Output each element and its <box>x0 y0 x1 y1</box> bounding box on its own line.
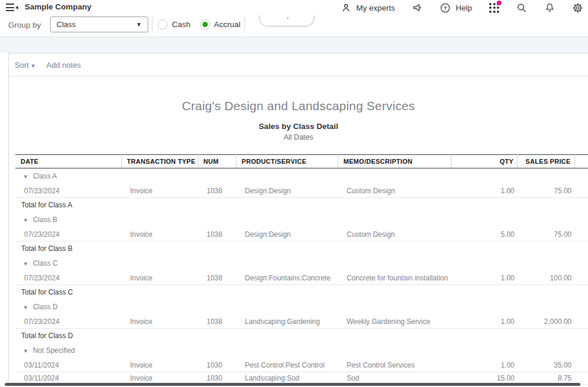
cash-radio[interactable]: Cash <box>158 19 191 29</box>
report-toolbar: Group by Class ▼ Cash Accrual <box>0 15 588 37</box>
announcements-button[interactable] <box>412 2 423 13</box>
my-experts-label: My experts <box>356 4 395 12</box>
cell-type: Invoice <box>121 356 198 372</box>
cell-memo: Custom Design <box>338 182 451 198</box>
notification-dot <box>497 1 501 5</box>
toolbar-divider <box>244 16 245 33</box>
megaphone-icon <box>412 2 423 13</box>
table-row[interactable]: 07/23/2024Invoice1038Design:DesignCustom… <box>15 226 588 242</box>
collapse-caret-icon[interactable]: ▼ <box>23 217 28 223</box>
cropped-pill-button[interactable] <box>259 15 314 27</box>
settings-button[interactable] <box>572 2 583 14</box>
top-nav-bar: Sample Company My experts <box>0 0 588 15</box>
cell-product: Landscaping:Gardening <box>236 313 338 329</box>
group-total-row: Total for Class A <box>15 198 588 213</box>
group-name: Class C <box>33 259 58 267</box>
group-by-value: Class <box>57 20 76 29</box>
group-by-select[interactable]: Class ▼ <box>50 16 148 32</box>
table-row[interactable]: 03/11/2024Invoice1030Pest Control:Pest C… <box>15 356 588 372</box>
accrual-radio[interactable]: Accrual <box>200 19 241 29</box>
my-experts-button[interactable]: My experts <box>341 2 395 13</box>
table-row[interactable]: 07/23/2024Invoice1038Design:DesignCustom… <box>15 182 588 198</box>
cell-num: 1038 <box>198 269 236 285</box>
cell-date: 07/23/2024 <box>15 226 121 242</box>
cell-type: Invoice <box>121 182 198 198</box>
report-table-head-row: DATETRANSACTION TYPENUMPRODUCT/SERVICEME… <box>15 155 588 168</box>
cell-price: 75.00 <box>517 182 574 198</box>
nav-collapse-icon[interactable] <box>6 4 19 12</box>
help-circle-icon: ? <box>440 2 451 14</box>
cell-qty: 5.00 <box>451 226 517 242</box>
help-button[interactable]: ? Help <box>440 2 472 14</box>
cell-product: Pest Control:Pest Control <box>236 356 338 372</box>
column-header-date[interactable]: DATE <box>15 155 121 168</box>
cell-qty: 1.00 <box>451 269 517 285</box>
group-header-row: ▼Not Specified <box>15 343 588 356</box>
table-row[interactable]: 07/23/2024Invoice1038Design:Fountains:Co… <box>15 269 588 285</box>
column-header-memo-description[interactable]: MEMO/DESCRIPTION <box>338 155 451 168</box>
cell-price: 100.00 <box>517 269 574 285</box>
gear-icon <box>572 2 583 14</box>
report-header: Craig's Design and Landscaping Services … <box>9 99 588 141</box>
group-header-row: ▼Class D <box>15 299 588 313</box>
sort-dropdown[interactable]: Sort▼ <box>15 61 36 70</box>
cell-product: Design:Design <box>236 226 338 242</box>
report-card: Sort▼ Add notes Craig's Design and Lands… <box>8 53 588 387</box>
apps-button[interactable] <box>489 3 499 13</box>
cell-blank <box>574 313 588 329</box>
group-header-row: ▼Class B <box>15 212 588 226</box>
toolbar-divider <box>152 16 152 33</box>
accounting-method-group: Cash Accrual <box>158 19 241 29</box>
cell-date: 07/23/2024 <box>15 313 121 329</box>
cell-num: 1038 <box>198 313 236 329</box>
cell-num: 1030 <box>198 356 236 372</box>
cell-price: 75.00 <box>517 226 574 242</box>
collapse-caret-icon[interactable]: ▼ <box>23 305 28 310</box>
cell-date: 07/23/2024 <box>15 182 121 198</box>
cell-price: 35.00 <box>517 356 574 372</box>
group-total-label: Total for Class D <box>15 329 588 343</box>
group-total-row: Total for Class C <box>15 285 588 300</box>
group-name: Not Specified <box>33 346 75 355</box>
cell-qty: 1.00 <box>451 313 517 329</box>
accrual-label: Accrual <box>214 20 241 29</box>
cell-memo: Weekly Gardening Service <box>338 313 451 329</box>
cell-qty: 1.00 <box>451 182 517 198</box>
cell-memo: Pest Control Services <box>338 356 451 372</box>
cell-memo: Custom Design <box>338 226 451 242</box>
caret-down-icon: ▼ <box>31 63 36 69</box>
column-header-product-service[interactable]: PRODUCT/SERVICE <box>236 155 338 168</box>
table-row[interactable]: 07/23/2024Invoice1038Landscaping:Gardeni… <box>15 313 588 329</box>
cell-date: 07/23/2024 <box>15 269 121 285</box>
add-notes-link[interactable]: Add notes <box>46 61 81 70</box>
notifications-button[interactable] <box>544 2 555 13</box>
collapse-caret-icon[interactable]: ▼ <box>23 261 28 267</box>
horizontal-scrollbar[interactable] <box>5 383 580 386</box>
group-total-row: Total for Class B <box>15 242 588 256</box>
cell-price: 2,000.00 <box>517 313 574 329</box>
report-date-range: All Dates <box>9 133 588 141</box>
column-header-num[interactable]: NUM <box>198 155 236 168</box>
column-header-blank <box>574 155 588 168</box>
collapse-caret-icon[interactable]: ▼ <box>23 174 28 180</box>
group-name: Class B <box>33 216 57 224</box>
column-header-qty[interactable]: QTY <box>451 155 517 168</box>
column-header-transaction-type[interactable]: TRANSACTION TYPE <box>121 155 198 168</box>
group-total-label: Total for Class A <box>15 198 588 213</box>
collapse-caret-icon[interactable]: ▼ <box>23 348 28 354</box>
radio-checked-icon <box>200 19 210 29</box>
cell-qty: 1.00 <box>451 356 517 372</box>
caret-down-icon: ▼ <box>136 21 142 28</box>
group-total-row: Total for Class D <box>15 329 588 343</box>
search-button[interactable] <box>516 2 527 14</box>
column-header-sales-price[interactable]: SALES PRICE <box>517 155 574 168</box>
cell-memo: Concrete for fountain installation <box>338 269 451 285</box>
cell-num: 1038 <box>198 182 236 198</box>
cell-blank <box>574 269 588 285</box>
cell-blank <box>574 226 588 242</box>
report-company-name: Craig's Design and Landscaping Services <box>9 99 588 113</box>
group-total-label: Total for Class C <box>15 285 588 300</box>
radio-unchecked-icon <box>158 19 168 29</box>
company-name: Sample Company <box>25 2 91 11</box>
report-controls-row: Sort▼ Add notes <box>9 54 588 77</box>
